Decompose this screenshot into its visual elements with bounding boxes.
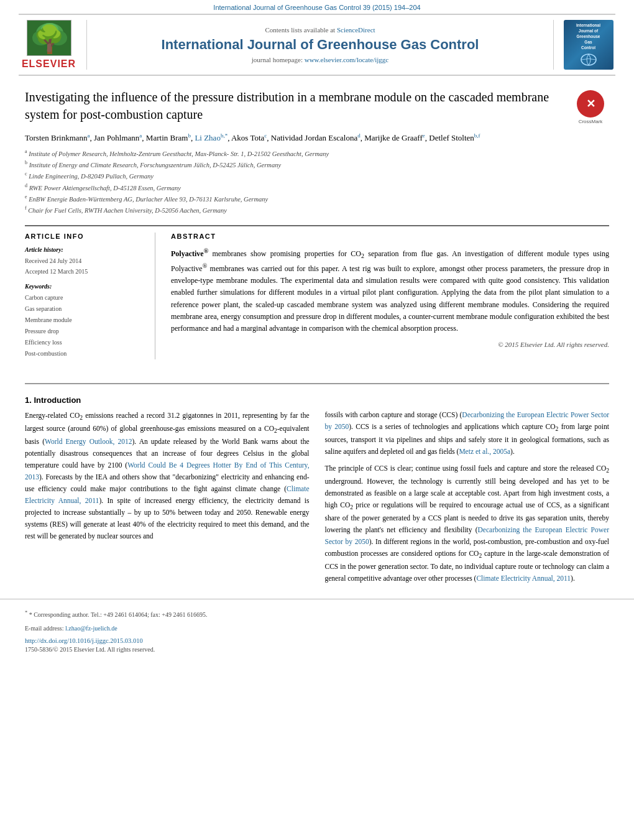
affiliations: a Institute of Polymer Research, Helmhol… bbox=[25, 148, 609, 216]
paper-content: Investigating the influence of the press… bbox=[0, 76, 634, 372]
author-graaff: Marijke de Graaffe bbox=[364, 133, 425, 142]
abstract-header: ABSTRACT bbox=[171, 233, 609, 240]
keyword-efficiency-loss: Efficiency loss bbox=[25, 337, 145, 348]
ref-decarbonizing2[interactable]: Decarbonizing the European Electric Powe… bbox=[325, 526, 610, 545]
svg-point-1 bbox=[36, 23, 63, 43]
journal-title-header: International Journal of Greenhouse Gas … bbox=[162, 36, 479, 54]
corresponding-author-footnote: * * Corresponding author. Tel.: +49 2461… bbox=[25, 609, 609, 620]
body-para-2: fossils with carbon capture and storage … bbox=[325, 409, 610, 458]
author-stolten: Detlef Stoltenb,f bbox=[429, 133, 480, 142]
license-text: 1750-5836/© 2015 Elsevier Ltd. All right… bbox=[25, 646, 609, 653]
elsevier-wordmark: ELSEVIER bbox=[22, 58, 76, 70]
footer: * * Corresponding author. Tel.: +49 2461… bbox=[0, 599, 634, 659]
section-1-title: 1. Introduction bbox=[25, 395, 310, 405]
copyright-text: © 2015 Elsevier Ltd. All rights reserved… bbox=[171, 341, 609, 348]
body-two-columns: 1. Introduction Energy-related CO2 emiss… bbox=[0, 395, 634, 589]
keyword-membrane-module: Membrane module bbox=[25, 315, 145, 326]
crossmark: ✕ CrossMark bbox=[572, 88, 609, 126]
page: International Journal of Greenhouse Gas … bbox=[0, 0, 634, 840]
author-email-link[interactable]: l.zhao@fz-juelich.de bbox=[65, 625, 117, 632]
journal-ref-text: International Journal of Greenhouse Gas … bbox=[213, 4, 420, 11]
article-info-header: ARTICLE INFO bbox=[25, 233, 145, 240]
body-left-column: 1. Introduction Energy-related CO2 emiss… bbox=[25, 395, 310, 589]
author-pohlmann: Jan Pohlmanna bbox=[94, 133, 142, 142]
history-label: Article history: bbox=[25, 246, 145, 253]
svg-point-6 bbox=[581, 54, 596, 65]
journal-center: Contents lists available at ScienceDirec… bbox=[87, 20, 553, 70]
keyword-pressure-drop: Pressure drop bbox=[25, 326, 145, 337]
article-info-column: ARTICLE INFO Article history: Received 2… bbox=[25, 233, 155, 359]
authors-line: Torsten Brinkmanna, Jan Pohlmanna, Marti… bbox=[25, 132, 609, 144]
body-left-text: Energy-related CO2 emissions reached a r… bbox=[25, 410, 310, 542]
affiliation-b: b Institute of Energy and Climate Resear… bbox=[25, 159, 609, 170]
affiliation-f: f Chair for Fuel Cells, RWTH Aachen Univ… bbox=[25, 205, 609, 216]
author-tota: Akos Totac bbox=[231, 133, 267, 142]
keywords-section: Keywords: Carbon capture Gas separation … bbox=[25, 283, 145, 359]
keyword-gas-separation: Gas separation bbox=[25, 303, 145, 315]
body-para-3: The principle of CCS is clear; continue … bbox=[325, 463, 610, 584]
journal-header: ELSEVIER Contents lists available at Sci… bbox=[19, 14, 615, 76]
journal-logo-text: InternationalJournal ofGreenhouseGasCont… bbox=[576, 22, 600, 50]
author-zhao[interactable]: Li Zhaob,* bbox=[195, 133, 227, 142]
section-number: 1. bbox=[25, 395, 34, 405]
affiliation-e: e EnBW Energie Baden-Württemberg AG, Dur… bbox=[25, 193, 609, 205]
svg-point-5 bbox=[41, 23, 58, 35]
sciencedirect-text: Contents lists available at ScienceDirec… bbox=[265, 26, 375, 34]
crossmark-icon: ✕ bbox=[577, 90, 604, 118]
author-brinkmann: Torsten Brinkmanna bbox=[25, 133, 90, 142]
keyword-post-combustion: Post-combustion bbox=[25, 348, 145, 359]
affiliation-a: a Institute of Polymer Research, Helmhol… bbox=[25, 148, 609, 159]
sciencedirect-link[interactable]: ScienceDirect bbox=[337, 26, 375, 34]
journal-logo-box: InternationalJournal ofGreenhouseGasCont… bbox=[564, 20, 613, 70]
doi-link[interactable]: http://dx.doi.org/10.1016/j.ijggc.2015.0… bbox=[25, 637, 609, 644]
keyword-carbon-capture: Carbon capture bbox=[25, 292, 145, 303]
keywords-label: Keywords: bbox=[25, 283, 145, 290]
journal-reference: International Journal of Greenhouse Gas … bbox=[0, 0, 634, 14]
ref-metz[interactable]: Metz et al., 2005a bbox=[459, 448, 510, 455]
journal-logo-icon bbox=[580, 53, 597, 67]
affiliation-d: d RWE Power Aktiengesellschaft, D-45128 … bbox=[25, 182, 609, 193]
article-history: Article history: Received 24 July 2014 A… bbox=[25, 246, 145, 277]
author-bram: Martin Bramb bbox=[146, 133, 191, 142]
journal-homepage-link[interactable]: www.elsevier.com/locate/ijggc bbox=[305, 56, 389, 63]
svg-point-2 bbox=[32, 30, 50, 45]
doi-anchor[interactable]: http://dx.doi.org/10.1016/j.ijggc.2015.0… bbox=[25, 637, 143, 644]
elsevier-tree-svg bbox=[27, 21, 71, 56]
article-info-abstract: ARTICLE INFO Article history: Received 2… bbox=[25, 225, 609, 359]
journal-homepage: journal homepage: www.elsevier.com/locat… bbox=[252, 56, 388, 63]
ref-climate-electricity[interactable]: Climate Electricity Annual, 2011 bbox=[25, 485, 310, 504]
affiliation-c: c Linde Engineering, D-82049 Pullach, Ge… bbox=[25, 170, 609, 182]
body-right-column: fossils with carbon capture and storage … bbox=[325, 395, 610, 589]
abstract-text: Polyactive® membranes show promising pro… bbox=[171, 246, 609, 335]
abstract-column: ABSTRACT Polyactive® membranes show prom… bbox=[171, 233, 609, 359]
ref-4degrees[interactable]: World Could Be 4 Degrees Hotter By End o… bbox=[25, 461, 310, 481]
ref-decarbonizing[interactable]: Decarbonizing the European Electric Powe… bbox=[325, 411, 610, 430]
body-right-text: fossils with carbon capture and storage … bbox=[325, 409, 610, 584]
author-escalona: Natividad Jordan Escalonad bbox=[271, 133, 361, 142]
elsevier-logo: ELSEVIER bbox=[19, 20, 87, 70]
elsevier-tree-image bbox=[27, 20, 71, 56]
paper-title: Investigating the influence of the press… bbox=[25, 88, 559, 123]
crossmark-label: CrossMark bbox=[579, 119, 603, 124]
body-para-1: Energy-related CO2 emissions reached a r… bbox=[25, 410, 310, 542]
email-footnote: E-mail address: l.zhao@fz-juelich.de bbox=[25, 624, 609, 634]
svg-rect-4 bbox=[47, 43, 52, 54]
ref-climate-electricity2[interactable]: Climate Electricity Annual, 2011 bbox=[476, 575, 571, 582]
ref-world-energy[interactable]: World Energy Outlook, 2012 bbox=[45, 438, 132, 445]
received-date: Received 24 July 2014 bbox=[25, 256, 145, 266]
journal-logo-right: InternationalJournal ofGreenhouseGasCont… bbox=[553, 20, 615, 70]
accepted-date: Accepted 12 March 2015 bbox=[25, 266, 145, 277]
section-divider bbox=[25, 383, 609, 384]
svg-point-3 bbox=[50, 30, 67, 45]
section-title-text: Introduction bbox=[34, 395, 81, 405]
